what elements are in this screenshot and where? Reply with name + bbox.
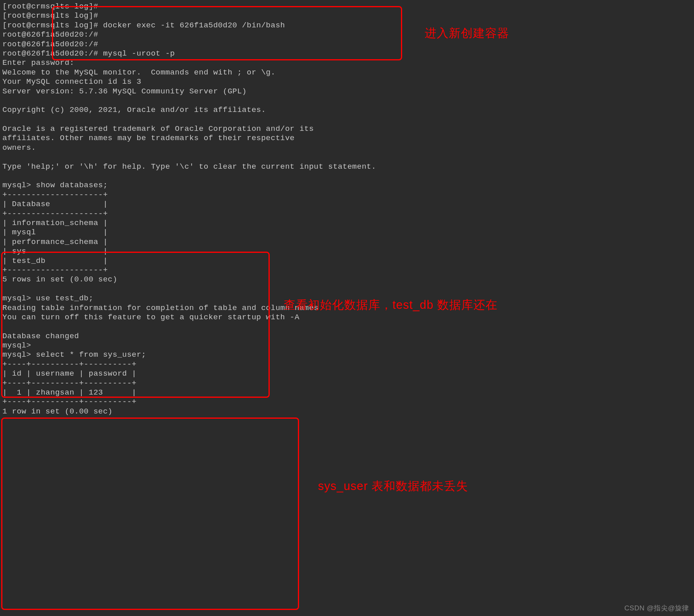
terminal-line: +--------------------+ [2, 209, 692, 219]
terminal-line: | Database | [2, 200, 692, 209]
terminal-line: [root@crmsqlts log]# [2, 11, 692, 21]
terminal-line: Copyright (c) 2000, 2021, Oracle and/or … [2, 105, 692, 115]
terminal-line: root@626f1a5d0d20:/# [2, 30, 692, 39]
terminal-line: root@626f1a5d0d20:/# mysql -uroot -p [2, 49, 692, 58]
terminal-line [2, 153, 692, 162]
terminal-line: | sys | [2, 247, 692, 256]
terminal-line: Type 'help;' or '\h' for help. Type '\c'… [2, 162, 692, 172]
terminal-line: 1 row in set (0.00 sec) [2, 407, 692, 416]
terminal-output[interactable]: [root@crmsqlts log]# [root@crmsqlts log]… [2, 2, 692, 416]
annotation-sys-user-data: sys_user 表和数据都未丢失 [318, 479, 468, 494]
highlight-box-select-sys-user [1, 418, 299, 610]
terminal-line: owners. [2, 143, 692, 153]
terminal-line [2, 96, 692, 105]
terminal-line [2, 322, 692, 331]
terminal-line [2, 115, 692, 124]
terminal-line: 5 rows in set (0.00 sec) [2, 275, 692, 284]
terminal-line: mysql> show databases; [2, 181, 692, 190]
terminal-line: root@626f1a5d0d20:/# [2, 40, 692, 49]
terminal-line [2, 285, 692, 294]
terminal-line: +----+----------+----------+ [2, 397, 692, 407]
annotation-enter-container: 进入新创建容器 [425, 26, 509, 41]
terminal-line: +--------------------+ [2, 190, 692, 200]
terminal-line: You can turn off this feature to get a q… [2, 313, 692, 322]
terminal-line: affiliates. Other names may be trademark… [2, 134, 692, 143]
terminal-line: +----+----------+----------+ [2, 360, 692, 369]
terminal-line: Enter password: [2, 58, 692, 68]
terminal-line: +----+----------+----------+ [2, 379, 692, 388]
watermark: CSDN @指尖@旋律 [624, 604, 689, 613]
terminal-line: Server version: 5.7.36 MySQL Community S… [2, 87, 692, 96]
terminal-line: +--------------------+ [2, 266, 692, 275]
terminal-line: | performance_schema | [2, 238, 692, 247]
terminal-line: | 1 | zhangsan | 123 | [2, 388, 692, 397]
terminal-line: mysql> select * from sys_user; [2, 350, 692, 360]
annotation-view-databases: 查看初始化数据库，test_db 数据库还在 [284, 298, 498, 312]
terminal-line: | id | username | password | [2, 369, 692, 378]
terminal-line: Database changed [2, 332, 692, 341]
terminal-line: Oracle is a registered trademark of Orac… [2, 124, 692, 134]
terminal-line: Welcome to the MySQL monitor. Commands e… [2, 68, 692, 77]
terminal-line: | information_schema | [2, 219, 692, 228]
terminal-line: | test_db | [2, 256, 692, 266]
terminal-line: mysql> [2, 341, 692, 350]
terminal-line: Your MySQL connection id is 3 [2, 77, 692, 87]
terminal-line [2, 172, 692, 181]
terminal-line: [root@crmsqlts log]# [2, 2, 692, 11]
terminal-line: [root@crmsqlts log]# docker exec -it 626… [2, 21, 692, 30]
terminal-line: | mysql | [2, 228, 692, 237]
